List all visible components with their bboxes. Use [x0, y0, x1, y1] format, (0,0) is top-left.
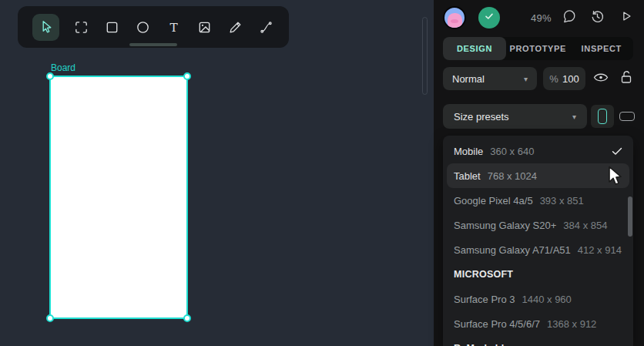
rectangle-tool-button[interactable]	[102, 18, 121, 36]
size-presets-value: Size presets	[454, 111, 509, 123]
saved-status-button[interactable]	[478, 7, 500, 29]
preset-section-remarkable: ReMarkable	[447, 336, 629, 346]
resize-handle-top-left[interactable]	[46, 72, 54, 80]
avatar-cheek	[451, 19, 458, 23]
chevron-down-icon: ▾	[572, 113, 576, 121]
toolbar-drag-handle[interactable]	[129, 43, 177, 46]
canvas-workspace[interactable]: T	[0, 0, 434, 346]
menu-scrollbar-thumb[interactable]	[628, 197, 632, 237]
comment-icon	[561, 9, 575, 27]
text-tool-button[interactable]: T	[164, 18, 183, 36]
move-tool-button[interactable]	[32, 14, 59, 41]
size-presets-select[interactable]: Size presets ▾	[443, 104, 587, 129]
preset-item-galaxy-s20[interactable]: Samsung Galaxy S20+ 384 x 854	[447, 213, 629, 237]
preset-item-galaxy-a71[interactable]: Samsung Galaxy A71/A51 412 x 914	[447, 237, 629, 262]
avatar[interactable]	[443, 6, 466, 29]
tools-toolbar: T	[18, 6, 289, 48]
board-name-label[interactable]: Board	[51, 62, 75, 73]
tab-design[interactable]: DESIGN	[443, 37, 506, 60]
orientation-portrait-button[interactable]	[591, 105, 614, 128]
svg-text:T: T	[169, 20, 178, 34]
unlock-icon	[619, 69, 633, 88]
frame-icon	[73, 19, 89, 35]
percent-icon: %	[549, 73, 558, 85]
chevron-down-icon: ▾	[524, 75, 528, 83]
orientation-landscape-button[interactable]	[615, 105, 639, 128]
preset-item-surface-pro-3[interactable]: Surface Pro 3 1440 x 960	[447, 287, 629, 311]
play-button[interactable]	[618, 9, 635, 26]
preset-item-google-pixel[interactable]: Google Pixel 4a/5 393 x 851	[447, 188, 629, 213]
opacity-input[interactable]: % 100	[543, 67, 585, 90]
check-circle-icon	[484, 11, 495, 25]
landscape-icon	[619, 112, 635, 121]
image-icon	[196, 19, 213, 35]
zoom-level[interactable]: 49%	[531, 12, 552, 24]
eye-icon	[593, 72, 609, 86]
lock-toggle[interactable]	[617, 69, 636, 88]
history-button[interactable]	[589, 9, 605, 26]
tab-prototype[interactable]: PROTOTYPE	[506, 37, 570, 60]
preset-item-tablet[interactable]: Tablet 768 x 1024	[447, 163, 629, 188]
board-artboard[interactable]	[51, 77, 186, 317]
cursor-icon	[39, 19, 54, 35]
curve-tool-button[interactable]	[257, 18, 275, 36]
checkmark-icon	[612, 147, 622, 156]
board-tool-button[interactable]	[72, 18, 90, 36]
rectangle-icon	[104, 19, 120, 35]
portrait-icon	[598, 109, 607, 124]
visibility-toggle[interactable]	[592, 70, 610, 87]
ellipse-icon	[135, 19, 151, 35]
opacity-value: 100	[562, 73, 579, 85]
text-icon: T	[166, 19, 182, 35]
canvas-vertical-scrollbar[interactable]	[422, 17, 428, 95]
ellipse-tool-button[interactable]	[133, 18, 152, 36]
resize-handle-bottom-left[interactable]	[46, 314, 54, 322]
resize-handle-top-right[interactable]	[183, 72, 191, 80]
preset-section-microsoft: MICROSOFT	[447, 262, 629, 287]
mouse-pointer-icon	[606, 166, 623, 186]
resize-handle-bottom-right[interactable]	[183, 314, 191, 322]
app-window: T	[0, 0, 644, 346]
play-icon	[619, 9, 633, 26]
design-sidebar: 49%	[434, 0, 644, 346]
preset-item-mobile[interactable]: Mobile 360 x 640	[447, 139, 629, 163]
size-presets-menu: Mobile 360 x 640 Tablet 768 x 1024 Googl…	[443, 136, 633, 346]
panel-tabs: DESIGN PROTOTYPE INSPECT	[443, 37, 633, 60]
preset-item-surface-pro-4567[interactable]: Surface Pro 4/5/6/7 1368 x 912	[447, 311, 629, 336]
pencil-tool-button[interactable]	[226, 18, 244, 36]
tab-inspect[interactable]: INSPECT	[570, 37, 634, 60]
history-icon	[590, 9, 605, 27]
blend-mode-value: Normal	[452, 73, 485, 85]
image-tool-button[interactable]	[195, 18, 213, 36]
blend-mode-select[interactable]: Normal ▾	[443, 67, 537, 90]
curve-icon	[258, 19, 274, 35]
pencil-icon	[227, 19, 243, 35]
sidebar-header: 49%	[443, 6, 635, 29]
comments-button[interactable]	[559, 9, 576, 26]
